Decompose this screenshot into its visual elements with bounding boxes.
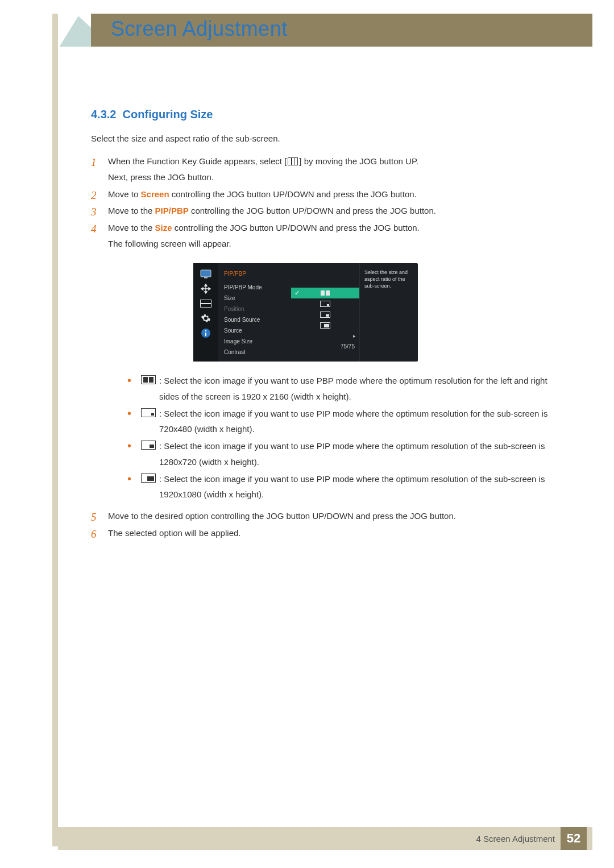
step-3: 3 Move to the PIP/PBP controlling the JO…: [91, 203, 569, 219]
option-text: : Select the icon image if you want to u…: [159, 376, 547, 401]
osd-val-imagesize: ▸: [291, 331, 359, 342]
step-text: The selected option will be applied.: [108, 528, 240, 538]
keyword-pippbp: PIP/PBP: [155, 206, 189, 215]
section-heading: 4.3.2 Configuring Size: [91, 108, 569, 121]
section-number: 4.3.2: [91, 108, 116, 121]
step-1: 1 When the Function Key Guide appears, s…: [91, 153, 569, 185]
osd-values: ✓ ▸ 75/75: [291, 263, 359, 362]
chapter-badge: [58, 0, 91, 47]
chapter-title: Screen Adjustment: [111, 17, 288, 41]
osd-row-sound: Sound Source: [224, 315, 291, 326]
svg-rect-0: [201, 270, 211, 277]
content-area: 4.3.2 Configuring Size Select the size a…: [91, 108, 569, 542]
pip-large-glyph: [320, 322, 330, 329]
svg-rect-1: [204, 277, 208, 279]
pip-small-icon: [141, 408, 156, 417]
pip-large-icon: [141, 474, 156, 483]
page-number: 52: [561, 827, 587, 850]
pip-med-glyph: [320, 312, 330, 318]
pbp-glyph: [321, 290, 330, 296]
move-icon: [200, 284, 212, 294]
osd-row-source: Source: [224, 326, 291, 337]
pip-medium-icon: [141, 441, 156, 450]
osd-row-position: Position: [224, 304, 291, 315]
step-4: 4 Move to the Size controlling the JOG b…: [91, 220, 569, 502]
step-text: ] by moving the JOG button UP.: [299, 156, 418, 166]
osd-val-size: ✓: [291, 288, 359, 298]
osd-row-mode: PIP/PBP Mode: [224, 283, 291, 293]
step-2: 2 Move to Screen controlling the JOG but…: [91, 186, 569, 202]
svg-rect-3: [201, 300, 211, 303]
osd-val-sound: [291, 309, 359, 320]
option-text: : Select the icon image if you want to u…: [159, 441, 545, 467]
footer-band: 4 Screen Adjustment 52: [58, 827, 592, 850]
step-6: 6 The selected option will be applied.: [91, 525, 569, 541]
picture-icon: [200, 269, 212, 279]
svg-rect-7: [205, 330, 206, 331]
option-text: : Select the icon image if you want to u…: [159, 474, 545, 500]
step-text: Move to the desired option controlling t…: [108, 511, 456, 521]
arrow-right-icon: ▸: [353, 331, 356, 341]
pip-icon: [200, 298, 212, 309]
step-text: When the Function Key Guide appears, sel…: [108, 156, 287, 166]
osd-menu-title: PIP/PBP: [224, 267, 291, 283]
osd-row-imagesize: Image Size: [224, 337, 291, 347]
option-pip-small: : Select the icon image if you want to u…: [125, 406, 569, 438]
svg-rect-6: [205, 333, 206, 336]
osd-menu-list: PIP/PBP PIP/PBP Mode Size Position Sound…: [218, 263, 291, 362]
osd-sidebar: [193, 263, 218, 362]
step-text: Move to the: [108, 206, 155, 215]
step-number: 1: [91, 152, 97, 172]
section-title: Configuring Size: [123, 108, 213, 121]
footer-label: 4 Screen Adjustment: [476, 834, 555, 844]
step-text: The following screen will appear.: [108, 239, 231, 248]
option-pbp: : Select the icon image if you want to u…: [125, 373, 569, 405]
step-5: 5 Move to the desired option controlling…: [91, 508, 569, 524]
step-text: Next, press the JOG button.: [108, 172, 214, 182]
section-intro: Select the size and aspect ratio of the …: [91, 134, 569, 143]
osd-val-mode: [291, 277, 359, 288]
pip-small-glyph: [320, 301, 330, 307]
info-icon: [200, 328, 212, 338]
svg-rect-4: [201, 304, 211, 307]
osd-aside: Select the size and aspect ratio of the …: [359, 263, 418, 362]
step-text: controlling the JOG button UP/DOWN and p…: [172, 223, 420, 232]
osd-row-contrast: Contrast: [224, 347, 291, 358]
osd-main: PIP/PBP PIP/PBP Mode Size Position Sound…: [218, 263, 418, 362]
check-icon: ✓: [294, 287, 300, 298]
option-pip-large: : Select the icon image if you want to u…: [125, 471, 569, 503]
osd-val-position: [291, 298, 359, 309]
footer-text: 4 Screen Adjustment 52: [476, 827, 587, 850]
osd-screenshot: PIP/PBP PIP/PBP Mode Size Position Sound…: [193, 263, 418, 362]
keyword-size: Size: [155, 223, 172, 232]
keyword-screen: Screen: [141, 189, 169, 199]
option-text: : Select the icon image if you want to u…: [159, 409, 547, 434]
step-text: controlling the JOG button UP/DOWN and p…: [189, 206, 436, 215]
menu-icon: [288, 157, 298, 165]
osd-val-contrast: 75/75: [291, 342, 359, 352]
step-text: controlling the JOG button UP/DOWN and p…: [169, 189, 417, 199]
osd-row-size: Size: [224, 293, 291, 304]
step-number: 4: [91, 219, 97, 239]
step-text: Move to the: [108, 223, 155, 232]
gear-icon: [200, 313, 212, 323]
pbp-icon: [141, 375, 156, 384]
size-options-list: : Select the icon image if you want to u…: [125, 373, 569, 502]
step-number: 6: [91, 524, 97, 544]
steps-list: 1 When the Function Key Guide appears, s…: [91, 153, 569, 541]
left-stripe: [52, 14, 58, 846]
osd-val-source: [291, 320, 359, 331]
step-text: Move to: [108, 189, 141, 199]
option-pip-medium: : Select the icon image if you want to u…: [125, 438, 569, 470]
